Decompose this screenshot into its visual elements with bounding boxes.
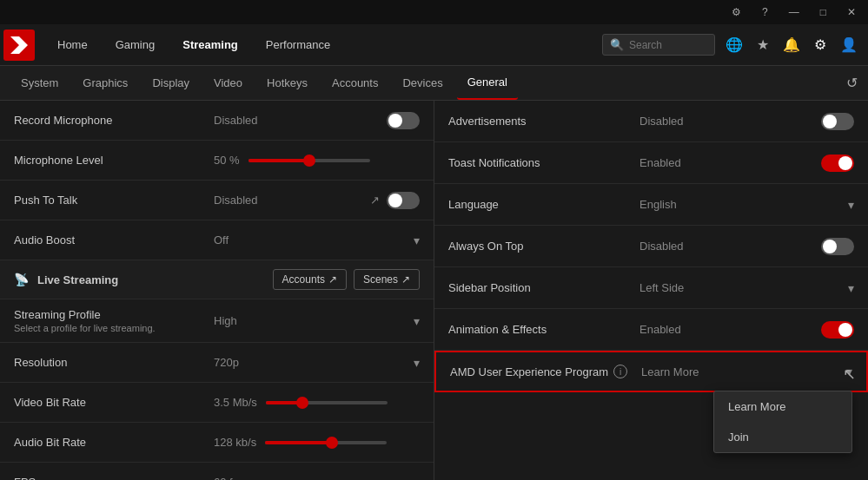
live-streaming-title: Live Streaming: [37, 273, 118, 286]
help-icon-titlebar[interactable]: ?: [757, 4, 773, 20]
audio-bit-rate-thumb[interactable]: [326, 437, 338, 449]
resolution-value: 720p: [214, 356, 239, 369]
tab-video[interactable]: Video: [203, 66, 253, 100]
push-to-talk-share-icon[interactable]: ↗: [370, 194, 380, 207]
settings-icon-titlebar[interactable]: ⚙: [726, 4, 746, 20]
minimize-button[interactable]: —: [784, 4, 805, 20]
toast-notifications-control: [821, 155, 854, 172]
audio-boost-row: Audio Boost Off ▾: [0, 220, 434, 260]
close-button[interactable]: ✕: [842, 4, 861, 20]
streaming-profile-value: High: [214, 314, 237, 327]
dropdown-learn-more[interactable]: Learn More: [714, 391, 851, 422]
microphone-level-thumb[interactable]: [303, 155, 315, 167]
resolution-row: Resolution 720p ▾: [0, 343, 434, 383]
settings-icon[interactable]: ⚙: [811, 33, 830, 56]
sidebar-position-control: ▾: [848, 281, 854, 295]
fps-label: FPS: [14, 476, 214, 480]
record-microphone-label: Record Microphone: [14, 114, 214, 127]
advertisements-label: Advertisements: [448, 115, 639, 128]
sidebar-position-dropdown-arrow[interactable]: ▾: [848, 281, 854, 295]
video-bit-rate-thumb[interactable]: [296, 397, 308, 409]
video-bit-rate-slider[interactable]: [266, 401, 388, 404]
tab-display[interactable]: Display: [142, 66, 200, 100]
video-bit-rate-label: Video Bit Rate: [14, 396, 214, 409]
nav-home[interactable]: Home: [45, 31, 100, 58]
search-box[interactable]: 🔍: [602, 34, 715, 56]
toast-notifications-row: Toast Notifications Enabled: [434, 142, 868, 184]
left-panel: Record Microphone Disabled Microphone Le…: [0, 101, 434, 480]
resolution-label: Resolution: [14, 356, 214, 369]
audio-boost-dropdown-arrow[interactable]: ▾: [414, 233, 420, 247]
audio-bit-rate-value: 128 kb/s: [214, 436, 256, 449]
tab-accounts[interactable]: Accounts: [321, 66, 388, 100]
toast-notifications-label: Toast Notifications: [448, 156, 639, 169]
amd-user-experience-dropdown-menu: Learn More Join: [713, 391, 852, 453]
language-label: Language: [448, 198, 639, 211]
dropdown-join[interactable]: Join: [714, 422, 851, 452]
audio-bit-rate-row: Audio Bit Rate 128 kb/s: [0, 423, 434, 463]
account-icon[interactable]: 👤: [837, 33, 861, 56]
language-row: Language English ▾: [434, 184, 868, 226]
refresh-icon[interactable]: ↺: [846, 76, 858, 90]
record-microphone-value: Disabled: [214, 114, 387, 127]
nav-gaming[interactable]: Gaming: [103, 31, 168, 58]
audio-bit-rate-slider[interactable]: [265, 441, 387, 444]
audio-boost-value: Off: [214, 233, 229, 247]
advertisements-toggle[interactable]: [821, 113, 854, 130]
advertisements-value: Disabled: [639, 115, 821, 128]
video-bit-rate-value: 3.5 Mb/s: [214, 396, 257, 409]
amd-user-experience-value: Learn More: [641, 365, 846, 378]
fps-control: 60 fps ▾: [214, 476, 420, 481]
tab-devices[interactable]: Devices: [392, 66, 453, 100]
audio-bit-rate-label: Audio Bit Rate: [14, 436, 214, 449]
microphone-level-slider[interactable]: [248, 159, 370, 162]
animation-effects-toggle[interactable]: [821, 321, 854, 339]
search-icon: 🔍: [610, 38, 624, 51]
main-nav: Home Gaming Streaming Performance 🔍 🌐 ★ …: [0, 24, 868, 66]
push-to-talk-toggle[interactable]: [387, 192, 420, 209]
nav-performance[interactable]: Performance: [254, 31, 342, 58]
accounts-button[interactable]: Accounts ↗: [273, 269, 347, 290]
resolution-dropdown-arrow[interactable]: ▾: [414, 356, 420, 370]
amd-user-experience-dropdown-arrow[interactable]: ▾: [846, 365, 852, 378]
audio-bit-rate-fill: [265, 441, 332, 444]
fps-dropdown-arrow[interactable]: ▾: [414, 476, 420, 481]
animation-effects-value: Enabled: [639, 323, 821, 336]
search-input[interactable]: [629, 39, 707, 51]
animation-effects-label: Animation & Effects: [448, 323, 639, 336]
tab-system[interactable]: System: [10, 66, 69, 100]
push-to-talk-label: Push To Talk: [14, 194, 214, 207]
sidebar-position-row: Sidebar Position Left Side ▾: [434, 267, 868, 309]
microphone-level-control: 50 %: [214, 154, 420, 167]
toast-notifications-toggle[interactable]: [821, 155, 854, 172]
streaming-profile-sublabel: Select a profile for live streaming.: [14, 323, 214, 333]
streaming-profile-dropdown-arrow[interactable]: ▾: [414, 314, 420, 328]
live-streaming-section: 📡 Live Streaming Accounts ↗ Scenes ↗: [0, 260, 434, 299]
record-microphone-toggle[interactable]: [387, 112, 420, 129]
animation-effects-control: [821, 321, 854, 339]
nav-right: 🔍 🌐 ★ 🔔 ⚙ 👤: [602, 33, 868, 56]
audio-bit-rate-control: 128 kb/s: [214, 436, 420, 449]
push-to-talk-value: Disabled: [214, 194, 370, 207]
amd-user-experience-info-icon[interactable]: i: [613, 365, 627, 378]
language-icon[interactable]: 🌐: [722, 33, 746, 56]
language-value: English: [639, 198, 848, 211]
notifications-icon[interactable]: 🔔: [779, 33, 804, 56]
advertisements-row: Advertisements Disabled: [434, 101, 868, 142]
favorites-icon[interactable]: ★: [753, 33, 772, 56]
tab-graphics[interactable]: Graphics: [72, 66, 138, 100]
scenes-button[interactable]: Scenes ↗: [354, 269, 420, 290]
fps-row: FPS 60 fps ▾: [0, 463, 434, 480]
tab-hotkeys[interactable]: Hotkeys: [256, 66, 318, 100]
always-on-top-row: Always On Top Disabled: [434, 226, 868, 267]
language-dropdown-arrow[interactable]: ▾: [848, 198, 854, 212]
always-on-top-toggle[interactable]: [821, 238, 854, 255]
maximize-button[interactable]: □: [815, 4, 832, 20]
language-control: ▾: [848, 198, 854, 212]
audio-boost-control: Off ▾: [214, 233, 420, 247]
push-to-talk-control: ↗: [370, 192, 420, 209]
tab-general[interactable]: General: [457, 66, 518, 100]
microphone-level-label: Microphone Level: [14, 154, 214, 167]
nav-streaming[interactable]: Streaming: [170, 31, 250, 58]
record-microphone-control: [387, 112, 420, 129]
